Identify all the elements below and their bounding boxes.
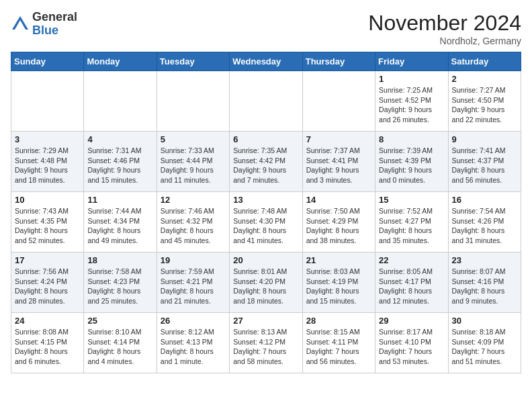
calendar-week-row: 1Sunrise: 7:25 AMSunset: 4:52 PMDaylight… xyxy=(11,71,521,132)
day-info: Sunrise: 7:46 AMSunset: 4:32 PMDaylight:… xyxy=(161,207,214,244)
day-of-week-header: Wednesday xyxy=(230,52,302,71)
day-of-week-header: Friday xyxy=(375,52,448,71)
calendar-cell: 15Sunrise: 7:52 AMSunset: 4:27 PMDayligh… xyxy=(375,192,448,253)
day-info: Sunrise: 7:41 AMSunset: 4:37 PMDaylight:… xyxy=(452,146,506,184)
day-number: 3 xyxy=(15,134,80,144)
calendar-cell xyxy=(230,71,302,132)
day-number: 20 xyxy=(233,255,298,265)
location: Nordholz, Germany xyxy=(368,36,521,46)
day-info: Sunrise: 8:10 AMSunset: 4:14 PMDaylight:… xyxy=(87,328,141,365)
calendar-cell: 6Sunrise: 7:35 AMSunset: 4:42 PMDaylight… xyxy=(230,132,302,192)
calendar-cell: 4Sunrise: 7:31 AMSunset: 4:46 PMDaylight… xyxy=(84,132,157,192)
day-number: 13 xyxy=(233,195,298,205)
calendar-cell: 19Sunrise: 7:59 AMSunset: 4:21 PMDayligh… xyxy=(157,253,229,313)
day-number: 22 xyxy=(379,255,444,265)
day-of-week-header: Saturday xyxy=(448,52,521,71)
day-number: 19 xyxy=(161,255,226,265)
calendar-cell: 3Sunrise: 7:29 AMSunset: 4:48 PMDaylight… xyxy=(11,132,84,192)
day-number: 10 xyxy=(15,195,80,205)
day-of-week-header: Monday xyxy=(84,52,157,71)
calendar-cell: 17Sunrise: 7:56 AMSunset: 4:24 PMDayligh… xyxy=(11,253,84,313)
calendar-cell: 5Sunrise: 7:33 AMSunset: 4:44 PMDaylight… xyxy=(157,132,229,192)
page-header: General Blue November 2024 Nordholz, Ger… xyxy=(11,11,521,46)
day-number: 17 xyxy=(15,255,80,265)
calendar-cell: 13Sunrise: 7:48 AMSunset: 4:30 PMDayligh… xyxy=(230,192,302,253)
day-of-week-header: Sunday xyxy=(11,52,84,71)
calendar-cell xyxy=(157,71,229,132)
day-number: 23 xyxy=(452,255,517,265)
calendar-cell: 10Sunrise: 7:43 AMSunset: 4:35 PMDayligh… xyxy=(11,192,84,253)
day-info: Sunrise: 7:35 AMSunset: 4:42 PMDaylight:… xyxy=(233,146,287,184)
calendar-week-row: 3Sunrise: 7:29 AMSunset: 4:48 PMDaylight… xyxy=(11,132,521,192)
day-info: Sunrise: 8:05 AMSunset: 4:17 PMDaylight:… xyxy=(379,267,433,305)
day-info: Sunrise: 7:44 AMSunset: 4:34 PMDaylight:… xyxy=(87,207,141,244)
day-info: Sunrise: 7:37 AMSunset: 4:41 PMDaylight:… xyxy=(306,146,360,184)
day-info: Sunrise: 7:59 AMSunset: 4:21 PMDaylight:… xyxy=(161,267,214,305)
day-number: 18 xyxy=(87,255,152,265)
calendar-cell: 2Sunrise: 7:27 AMSunset: 4:50 PMDaylight… xyxy=(448,71,521,132)
day-info: Sunrise: 8:15 AMSunset: 4:11 PMDaylight:… xyxy=(306,328,360,365)
day-number: 5 xyxy=(161,134,226,144)
calendar-cell: 11Sunrise: 7:44 AMSunset: 4:34 PMDayligh… xyxy=(84,192,157,253)
calendar-cell xyxy=(11,71,84,132)
title-block: November 2024 Nordholz, Germany xyxy=(368,11,521,46)
day-number: 30 xyxy=(452,316,517,326)
calendar-cell: 22Sunrise: 8:05 AMSunset: 4:17 PMDayligh… xyxy=(375,253,448,313)
day-info: Sunrise: 7:50 AMSunset: 4:29 PMDaylight:… xyxy=(306,207,360,244)
day-info: Sunrise: 7:48 AMSunset: 4:30 PMDaylight:… xyxy=(233,207,287,244)
day-info: Sunrise: 8:08 AMSunset: 4:15 PMDaylight:… xyxy=(15,328,69,365)
logo-icon xyxy=(11,15,30,34)
day-info: Sunrise: 7:58 AMSunset: 4:23 PMDaylight:… xyxy=(87,267,141,305)
day-number: 8 xyxy=(379,134,444,144)
day-number: 6 xyxy=(233,134,298,144)
calendar-body: 1Sunrise: 7:25 AMSunset: 4:52 PMDaylight… xyxy=(11,71,521,373)
day-info: Sunrise: 8:13 AMSunset: 4:12 PMDaylight:… xyxy=(233,328,287,365)
day-number: 9 xyxy=(452,134,517,144)
day-info: Sunrise: 7:31 AMSunset: 4:46 PMDaylight:… xyxy=(87,146,141,184)
day-info: Sunrise: 7:43 AMSunset: 4:35 PMDaylight:… xyxy=(15,207,69,244)
calendar-cell: 18Sunrise: 7:58 AMSunset: 4:23 PMDayligh… xyxy=(84,253,157,313)
calendar-cell: 23Sunrise: 8:07 AMSunset: 4:16 PMDayligh… xyxy=(448,253,521,313)
calendar-cell: 14Sunrise: 7:50 AMSunset: 4:29 PMDayligh… xyxy=(302,192,375,253)
calendar-cell: 29Sunrise: 8:17 AMSunset: 4:10 PMDayligh… xyxy=(375,313,448,373)
calendar-week-row: 10Sunrise: 7:43 AMSunset: 4:35 PMDayligh… xyxy=(11,192,521,253)
calendar-cell: 1Sunrise: 7:25 AMSunset: 4:52 PMDaylight… xyxy=(375,71,448,132)
calendar-cell: 9Sunrise: 7:41 AMSunset: 4:37 PMDaylight… xyxy=(448,132,521,192)
day-info: Sunrise: 8:17 AMSunset: 4:10 PMDaylight:… xyxy=(379,328,433,365)
calendar-cell: 30Sunrise: 8:18 AMSunset: 4:09 PMDayligh… xyxy=(448,313,521,373)
calendar-cell: 28Sunrise: 8:15 AMSunset: 4:11 PMDayligh… xyxy=(302,313,375,373)
calendar-header: SundayMondayTuesdayWednesdayThursdayFrid… xyxy=(11,52,521,71)
month-title: November 2024 xyxy=(368,11,521,36)
calendar-table: SundayMondayTuesdayWednesdayThursdayFrid… xyxy=(11,52,521,373)
calendar-cell: 12Sunrise: 7:46 AMSunset: 4:32 PMDayligh… xyxy=(157,192,229,253)
day-number: 28 xyxy=(306,316,371,326)
day-info: Sunrise: 8:18 AMSunset: 4:09 PMDaylight:… xyxy=(452,328,506,365)
day-info: Sunrise: 7:33 AMSunset: 4:44 PMDaylight:… xyxy=(161,146,214,184)
day-info: Sunrise: 8:03 AMSunset: 4:19 PMDaylight:… xyxy=(306,267,360,305)
day-info: Sunrise: 8:01 AMSunset: 4:20 PMDaylight:… xyxy=(233,267,287,305)
day-info: Sunrise: 7:29 AMSunset: 4:48 PMDaylight:… xyxy=(15,146,69,184)
calendar-cell: 25Sunrise: 8:10 AMSunset: 4:14 PMDayligh… xyxy=(84,313,157,373)
day-info: Sunrise: 7:27 AMSunset: 4:50 PMDaylight:… xyxy=(452,86,506,124)
calendar-cell: 26Sunrise: 8:12 AMSunset: 4:13 PMDayligh… xyxy=(157,313,229,373)
day-number: 14 xyxy=(306,195,371,205)
day-number: 29 xyxy=(379,316,444,326)
calendar-cell: 16Sunrise: 7:54 AMSunset: 4:26 PMDayligh… xyxy=(448,192,521,253)
calendar-cell: 20Sunrise: 8:01 AMSunset: 4:20 PMDayligh… xyxy=(230,253,302,313)
day-number: 27 xyxy=(233,316,298,326)
day-info: Sunrise: 7:39 AMSunset: 4:39 PMDaylight:… xyxy=(379,146,433,184)
day-info: Sunrise: 7:25 AMSunset: 4:52 PMDaylight:… xyxy=(379,86,433,124)
day-number: 25 xyxy=(87,316,152,326)
calendar-week-row: 24Sunrise: 8:08 AMSunset: 4:15 PMDayligh… xyxy=(11,313,521,373)
day-number: 11 xyxy=(87,195,152,205)
day-number: 2 xyxy=(452,74,517,84)
day-info: Sunrise: 8:12 AMSunset: 4:13 PMDaylight:… xyxy=(161,328,214,365)
logo-text: General Blue xyxy=(32,11,77,38)
calendar-cell: 21Sunrise: 8:03 AMSunset: 4:19 PMDayligh… xyxy=(302,253,375,313)
day-info: Sunrise: 7:56 AMSunset: 4:24 PMDaylight:… xyxy=(15,267,69,305)
day-number: 15 xyxy=(379,195,444,205)
calendar-cell: 27Sunrise: 8:13 AMSunset: 4:12 PMDayligh… xyxy=(230,313,302,373)
calendar-cell xyxy=(302,71,375,132)
day-info: Sunrise: 7:54 AMSunset: 4:26 PMDaylight:… xyxy=(452,207,506,244)
day-number: 1 xyxy=(379,74,444,84)
